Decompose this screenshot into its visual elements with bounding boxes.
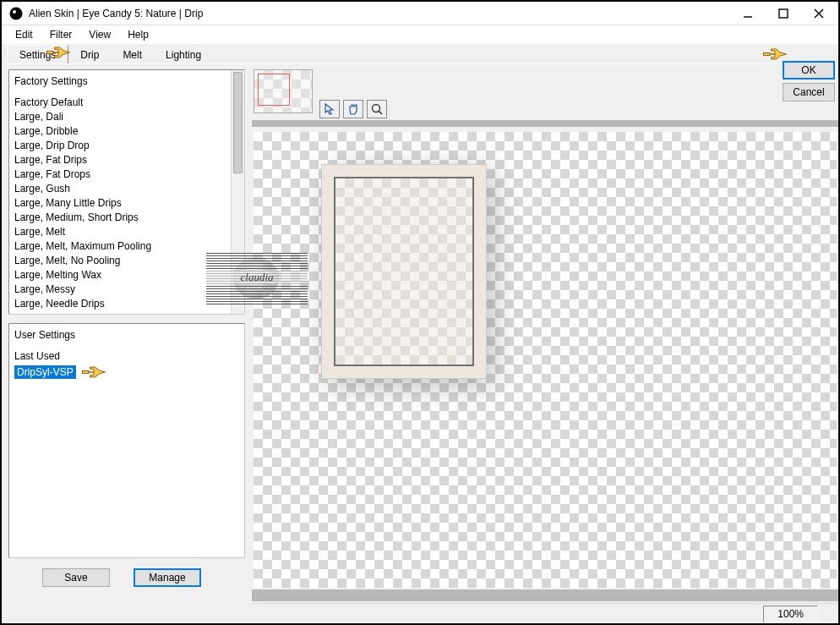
tab-drip[interactable]: Drip <box>68 46 111 63</box>
menu-help[interactable]: Help <box>119 27 157 42</box>
list-item-selected[interactable]: DripSyl-VSP <box>14 364 239 381</box>
scrollbar-thumb[interactable] <box>233 72 243 173</box>
list-item-last-used[interactable]: Last Used <box>14 349 239 364</box>
list-item[interactable]: Factory Default <box>14 96 239 110</box>
content-area: Factory Settings Factory Default Large, … <box>2 64 838 623</box>
svg-point-7 <box>373 105 380 112</box>
list-item[interactable]: Large, Dribble <box>14 124 239 139</box>
preview-panel: OK Cancel 100% <box>252 64 838 623</box>
preview-object <box>321 164 487 379</box>
factory-header: Factory Settings <box>9 70 244 96</box>
titlebar: Alien Skin | Eye Candy 5: Nature | Drip <box>2 2 838 25</box>
zoom-level[interactable]: 100% <box>763 606 818 622</box>
list-item[interactable]: Large, Melting Wax <box>14 268 239 282</box>
list-item[interactable]: Large, Melt <box>14 225 239 239</box>
menu-edit[interactable]: Edit <box>7 27 41 42</box>
hand-tool[interactable] <box>343 100 363 118</box>
factory-settings-list[interactable]: Factory Settings Factory Default Large, … <box>8 69 245 315</box>
list-item[interactable]: Large, Needle Drips <box>14 297 239 311</box>
zoom-tool[interactable] <box>367 100 387 118</box>
list-item[interactable]: Large, Messy <box>14 282 239 297</box>
list-item[interactable]: Large, Melt, No Pooling <box>14 254 239 268</box>
tab-settings[interactable]: Settings <box>7 45 68 63</box>
svg-point-1 <box>10 7 23 19</box>
preview-canvas[interactable] <box>254 132 837 588</box>
list-item[interactable]: Large, Fat Drops <box>14 167 239 182</box>
tab-melt[interactable]: Melt <box>111 46 154 63</box>
preview-thumbnail[interactable] <box>254 69 313 113</box>
tab-bar: Settings Drip Melt Lighting <box>2 44 838 64</box>
status-bar: 100% <box>252 603 838 623</box>
pointer-icon <box>81 364 106 381</box>
list-item[interactable]: Large, Medium, Short Drips <box>14 211 239 225</box>
divider <box>252 589 838 601</box>
list-item[interactable]: Large, Melt, Maximum Pooling <box>14 239 239 254</box>
list-item[interactable]: Large, Many Little Drips <box>14 196 239 211</box>
svg-rect-4 <box>779 9 788 18</box>
cancel-button[interactable]: Cancel <box>783 83 835 101</box>
close-button[interactable] <box>801 3 837 25</box>
save-button[interactable]: Save <box>42 568 110 587</box>
svg-point-2 <box>13 10 16 14</box>
thumbnail-selection <box>258 74 290 106</box>
list-item[interactable]: Large, Dali <box>14 110 239 124</box>
window-title: Alien Skin | Eye Candy 5: Nature | Drip <box>29 8 730 19</box>
maximize-button[interactable] <box>766 3 801 25</box>
ok-button[interactable]: OK <box>783 61 835 79</box>
tab-lighting[interactable]: Lighting <box>154 46 213 63</box>
user-settings-list[interactable]: User Settings Last Used DripSyl-VSP <box>8 323 245 558</box>
menu-view[interactable]: View <box>80 27 119 42</box>
user-header: User Settings <box>9 324 244 349</box>
list-item[interactable]: Large, Fat Drips <box>14 153 239 167</box>
divider <box>252 120 838 127</box>
svg-line-8 <box>379 112 383 115</box>
menu-filter[interactable]: Filter <box>41 27 81 42</box>
selected-preset: DripSyl-VSP <box>14 365 76 379</box>
app-icon <box>8 6 24 21</box>
list-item[interactable]: Large, Drip Drop <box>14 139 239 153</box>
scrollbar[interactable] <box>231 70 244 314</box>
manage-button[interactable]: Manage <box>134 568 201 587</box>
minimize-button[interactable] <box>730 3 766 25</box>
list-item[interactable]: Large, Gush <box>14 182 239 196</box>
menubar: Edit Filter View Help <box>2 25 838 44</box>
pointer-tool[interactable] <box>319 100 340 118</box>
settings-panel: Factory Settings Factory Default Large, … <box>2 64 252 623</box>
